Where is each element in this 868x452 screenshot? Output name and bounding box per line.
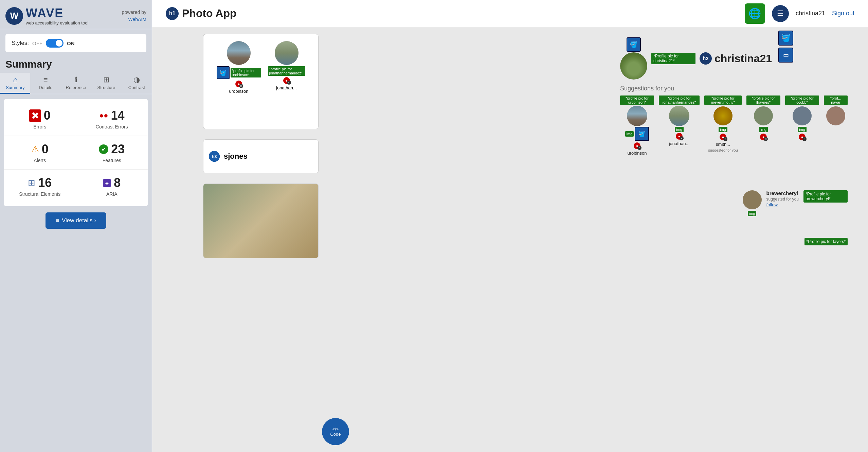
suggestion-lhaynes: *profile pic for lhaynes* img ● × xyxy=(746,95,780,140)
wave-title: WAVE xyxy=(26,6,88,20)
error-label: Errors xyxy=(33,124,46,129)
alert-label: Alerts xyxy=(34,158,46,163)
view-details-button[interactable]: ≡ View details › xyxy=(46,212,106,229)
wave-powered: powered by WebAIM xyxy=(122,9,146,23)
feature-icon: ✔ xyxy=(99,144,108,154)
meyertimothy-avatar xyxy=(713,106,733,125)
contrast-error-icon: ●● xyxy=(99,111,108,120)
wave-subtitle: web accessibility evaluation tool xyxy=(26,20,88,25)
wave-title-block: WAVE web accessibility evaluation tool xyxy=(26,6,88,25)
code-badge: </> Code xyxy=(322,418,349,445)
globe-icon: 🌐 xyxy=(745,3,765,24)
feature-label: Features xyxy=(103,158,121,163)
card1-username2: jonathan... xyxy=(276,85,297,90)
tab-structure-label: Structure xyxy=(97,85,115,90)
styles-toggle-bar: Styles: OFF ON xyxy=(5,34,146,52)
error-count: 0 xyxy=(44,108,51,123)
lhaynes-avatar xyxy=(754,106,773,125)
brewercheryl-img-label: *Profile pic for brewercheryl* xyxy=(803,190,848,203)
feed-avatar-2 xyxy=(275,41,299,65)
suggestion-jonathan: *profile pic for jonathanhernandez* img … xyxy=(659,95,700,146)
ccobb-avatar xyxy=(793,106,812,125)
view-details-label: View details › xyxy=(62,217,96,224)
styles-toggle-switch[interactable] xyxy=(46,39,64,48)
profile-section: 🪣 *Profile pic for christina21* h2 xyxy=(620,37,848,156)
main-area: h1 Photo App 🌐 ☰ christina21 Sign out 🪣 … xyxy=(152,0,868,452)
tayers-img-label: *Profile pic for tayers* xyxy=(804,238,848,245)
structure-tab-icon: ⊞ xyxy=(103,76,109,84)
brewercheryl-avatar1 xyxy=(743,190,762,209)
styles-off-label: OFF xyxy=(32,40,42,46)
details-tab-icon: ≡ xyxy=(43,76,48,84)
jonathan-alt-err: ● × xyxy=(676,133,683,140)
feature-count: 23 xyxy=(111,142,125,156)
profile-img-label: *Profile pic for christina21* xyxy=(651,53,695,64)
brewercheryl-name: brewercheryl xyxy=(766,190,799,196)
photo-card-bottom xyxy=(203,184,319,258)
h2-badge: h2 xyxy=(700,52,712,65)
tab-details[interactable]: ≡ Details xyxy=(30,73,60,94)
h1-label: h1 xyxy=(169,11,176,17)
styles-on-label: ON xyxy=(67,40,75,46)
stat-structural: ⊞ 16 Structural Elements xyxy=(4,170,76,203)
ccobb-alt-err: ● × xyxy=(799,134,806,140)
brewercheryl-section: img brewercheryl suggested for you follo… xyxy=(743,190,848,216)
suggestion-meyertimothy: *profile pic for meyertimothy* img ● × s… xyxy=(704,95,742,152)
tab-reference[interactable]: ℹ Reference xyxy=(61,73,91,94)
profile-pic-main xyxy=(620,52,647,80)
sjones-name: sjones xyxy=(224,152,248,161)
aria-icon: ◈ xyxy=(103,179,111,187)
brewercheryl-sub: suggested for you xyxy=(766,197,799,202)
profile-name: christina21 xyxy=(715,52,772,65)
styles-label: Styles: xyxy=(12,40,29,47)
suggestions-row: *profile pic for urobinson* img 🪣 ● xyxy=(620,95,848,156)
site-title: Photo App xyxy=(182,7,237,20)
alert-count: 0 xyxy=(42,142,49,156)
h1-badge: h1 xyxy=(166,7,179,20)
navar-avatar xyxy=(826,106,845,125)
wave-nav: ⌂ Summary ≡ Details ℹ Reference ⊞ Struct… xyxy=(0,73,152,94)
suggestions-section: Suggestions for you *profile pic for uro… xyxy=(620,85,848,156)
tab-structure[interactable]: ⊞ Structure xyxy=(91,73,121,94)
photo-card-sjones: h3 sjones xyxy=(203,139,319,173)
signout-link[interactable]: Sign out xyxy=(832,10,854,17)
aria-count: 8 xyxy=(114,176,121,190)
contrast-error-count: 14 xyxy=(111,108,125,123)
wave-logo-letter: W xyxy=(10,11,19,21)
lhaynes-alt-err: ● × xyxy=(760,134,767,140)
suggestion-ccobb: *profile pic for ccobb* img ● × xyxy=(785,95,819,140)
urobinson-alt-err: ● × xyxy=(634,142,640,149)
photo-card-1: 🪣 *profile pic for urobinson* ●× urobins… xyxy=(203,34,319,129)
h3-badge: h3 xyxy=(209,151,220,162)
error-icon: ✖ xyxy=(29,109,41,122)
stat-aria: ◈ 8 ARIA xyxy=(76,170,148,203)
urobinson-name: urobinson xyxy=(627,151,647,156)
alert-icon: ⚠ xyxy=(31,144,39,155)
urobinson-avatar xyxy=(627,106,647,126)
stat-alerts: ⚠ 0 Alerts xyxy=(4,136,76,170)
contrast-error-label: Contrast Errors xyxy=(96,124,128,129)
webaim-link[interactable]: WebAIM xyxy=(128,17,146,22)
meyertimothy-alt-err: ● × xyxy=(720,134,726,140)
tab-details-label: Details xyxy=(39,85,52,90)
site-content: 🪣 ▭ 🪣 xyxy=(152,27,868,452)
user-icon: ☰ xyxy=(772,5,789,22)
stat-features: ✔ 23 Features xyxy=(76,136,148,170)
wave-panel: W WAVE web accessibility evaluation tool… xyxy=(0,0,152,452)
stat-contrast-errors: ●● 14 Contrast Errors xyxy=(76,102,148,136)
urobinson-img-label: *profile pic for urobinson* xyxy=(620,95,654,105)
view-details-icon: ≡ xyxy=(56,217,59,224)
urobinson-bucket: 🪣 xyxy=(635,127,649,141)
tab-contrast[interactable]: ◑ Contrast xyxy=(122,73,152,94)
suggestions-title: Suggestions for you xyxy=(620,85,848,92)
contrast-tab-icon: ◑ xyxy=(133,76,140,84)
meyertimothy-name: smith... xyxy=(716,142,730,147)
jonathan-name: jonathan... xyxy=(669,141,690,146)
reference-tab-icon: ℹ xyxy=(75,76,77,84)
jonathan-img-label: *profile pic for jonathanhernandez* xyxy=(659,95,700,105)
username-display: christina21 xyxy=(796,10,825,17)
brewercheryl-follow[interactable]: follow xyxy=(766,202,799,207)
site-topbar: h1 Photo App 🌐 ☰ christina21 Sign out xyxy=(152,0,868,27)
structural-count: 16 xyxy=(38,176,52,190)
tab-summary[interactable]: ⌂ Summary xyxy=(0,73,30,94)
